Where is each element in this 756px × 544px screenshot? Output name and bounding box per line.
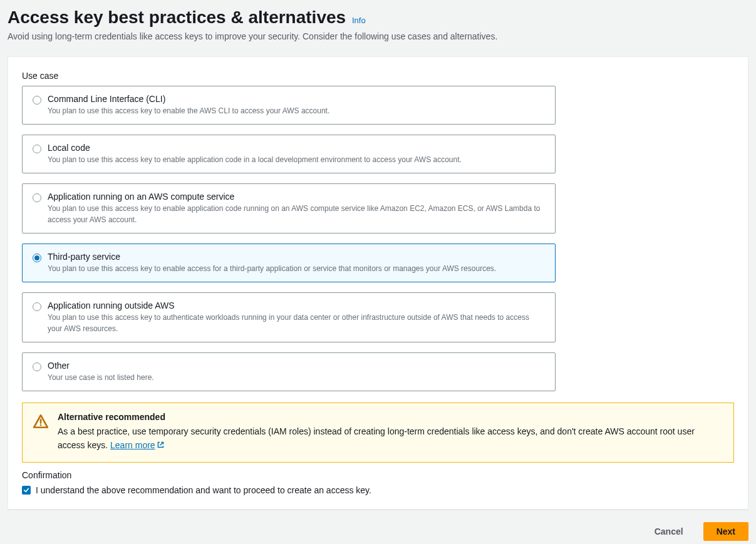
warning-icon bbox=[33, 413, 49, 431]
radio-desc: You plan to use this access key to authe… bbox=[48, 312, 545, 334]
radio-desc: You plan to use this access key to enabl… bbox=[48, 154, 545, 165]
radio-desc: Your use case is not listed here. bbox=[48, 372, 545, 383]
alert-body: As a best practice, use temporary securi… bbox=[58, 424, 723, 453]
radio-icon bbox=[33, 145, 41, 153]
radio-title: Application running outside AWS bbox=[48, 300, 545, 310]
radio-icon bbox=[33, 362, 41, 371]
radio-desc: You plan to use this access key to enabl… bbox=[48, 203, 545, 225]
radio-option-local-code[interactable]: Local code You plan to use this access k… bbox=[22, 135, 556, 173]
page-subtitle: Avoid using long-term credentials like a… bbox=[8, 31, 748, 41]
external-link-icon bbox=[157, 439, 165, 453]
radio-option-cli[interactable]: Command Line Interface (CLI) You plan to… bbox=[22, 86, 556, 125]
radio-icon bbox=[33, 96, 41, 105]
alternative-recommended-alert: Alternative recommended As a best practi… bbox=[22, 403, 734, 463]
radio-option-third-party[interactable]: Third-party service You plan to use this… bbox=[22, 244, 556, 282]
page-title: Access key best practices & alternatives bbox=[8, 8, 346, 27]
radio-title: Application running on an AWS compute se… bbox=[48, 192, 545, 202]
use-case-radio-group: Command Line Interface (CLI) You plan to… bbox=[22, 86, 556, 391]
confirmation-text[interactable]: I understand the above recommendation an… bbox=[36, 485, 371, 495]
radio-title: Command Line Interface (CLI) bbox=[48, 94, 545, 104]
svg-line-2 bbox=[160, 443, 163, 446]
radio-option-aws-compute[interactable]: Application running on an AWS compute se… bbox=[22, 183, 556, 234]
confirmation-checkbox[interactable] bbox=[22, 486, 31, 495]
radio-icon bbox=[33, 302, 41, 311]
main-panel: Use case Command Line Interface (CLI) Yo… bbox=[8, 56, 748, 510]
radio-icon bbox=[33, 193, 41, 202]
cancel-button[interactable]: Cancel bbox=[642, 522, 696, 541]
radio-option-other[interactable]: Other Your use case is not listed here. bbox=[22, 352, 556, 391]
learn-more-link[interactable]: Learn more bbox=[110, 440, 165, 450]
radio-desc: You plan to use this access key to enabl… bbox=[48, 105, 545, 116]
radio-title: Other bbox=[48, 361, 545, 371]
svg-point-1 bbox=[40, 424, 42, 426]
radio-title: Third-party service bbox=[48, 252, 545, 262]
radio-desc: You plan to use this access key to enabl… bbox=[48, 263, 545, 274]
alert-title: Alternative recommended bbox=[58, 412, 723, 422]
info-link[interactable]: Info bbox=[352, 16, 366, 25]
radio-icon bbox=[33, 254, 41, 262]
radio-option-outside-aws[interactable]: Application running outside AWS You plan… bbox=[22, 292, 556, 342]
confirmation-label: Confirmation bbox=[22, 470, 734, 480]
radio-title: Local code bbox=[48, 143, 545, 153]
next-button[interactable]: Next bbox=[703, 522, 748, 541]
use-case-label: Use case bbox=[22, 71, 734, 81]
